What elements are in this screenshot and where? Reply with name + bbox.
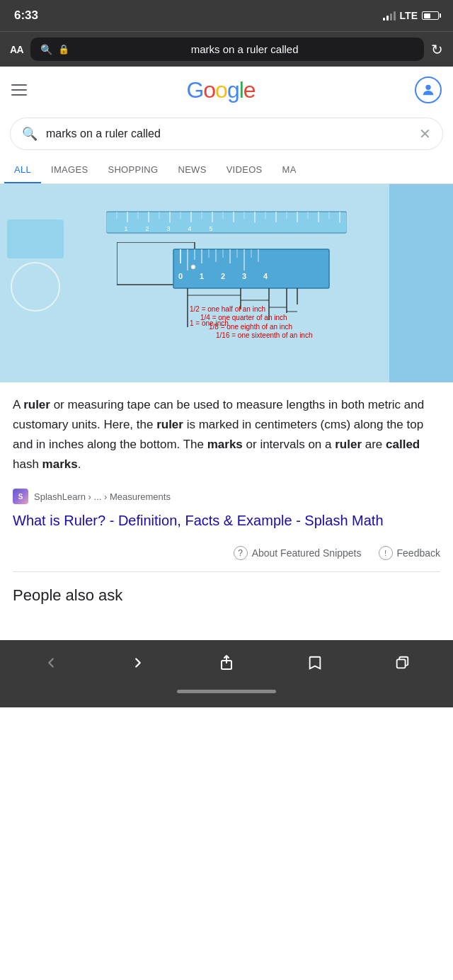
- svg-text:4: 4: [263, 272, 268, 280]
- bookmarks-button[interactable]: [296, 650, 334, 676]
- home-bar: [177, 690, 276, 693]
- search-box-text: marks on a ruler called: [46, 127, 411, 140]
- forward-icon: [130, 655, 146, 671]
- ruler-center: 1 2 3 4 5: [106, 208, 347, 358]
- question-icon: ?: [234, 546, 248, 560]
- forward-button[interactable]: [119, 651, 157, 675]
- tab-images[interactable]: IMAGES: [41, 157, 98, 183]
- lock-icon: 🔒: [58, 44, 69, 55]
- home-indicator: [0, 683, 453, 707]
- feedback-button[interactable]: ! Feedback: [379, 546, 440, 560]
- search-box-icon: 🔍: [22, 126, 38, 142]
- share-button[interactable]: [207, 650, 246, 676]
- top-ruler-svg: 1 2 3 4 5: [106, 208, 347, 237]
- svg-text:1/4 = one quarter of an inch: 1/4 = one quarter of an inch: [200, 314, 287, 321]
- svg-point-64: [191, 265, 195, 269]
- svg-text:2: 2: [221, 272, 225, 280]
- bottom-nav: [0, 640, 453, 683]
- svg-text:3: 3: [166, 225, 170, 232]
- about-snippets-label: About Featured Snippets: [252, 547, 362, 559]
- url-text: marks on a ruler called: [75, 43, 414, 55]
- tab-videos[interactable]: VIDEOS: [217, 157, 273, 183]
- svg-point-0: [425, 85, 430, 90]
- aa-label[interactable]: AA: [10, 44, 23, 55]
- url-container[interactable]: 🔍 🔒 marks on a ruler called: [30, 38, 424, 61]
- refresh-button[interactable]: ↻: [431, 41, 443, 58]
- status-time: 6:33: [14, 8, 38, 23]
- svg-text:0: 0: [178, 272, 183, 280]
- hamburger-menu[interactable]: [11, 84, 27, 96]
- status-icons: LTE: [383, 10, 439, 21]
- tab-shopping[interactable]: SHOPPING: [98, 157, 168, 183]
- share-icon: [218, 654, 235, 671]
- search-tabs: ALL IMAGES SHOPPING NEWS VIDEOS MA: [0, 157, 453, 184]
- back-button[interactable]: [32, 651, 70, 675]
- svg-rect-66: [397, 660, 406, 668]
- clear-search-button[interactable]: ✕: [419, 125, 431, 142]
- battery-icon: [422, 11, 439, 20]
- search-box-container: 🔍 marks on a ruler called ✕: [0, 113, 453, 157]
- source-favicon: S: [13, 489, 28, 504]
- feedback-label: Feedback: [397, 547, 440, 559]
- snippet-footer: ? About Featured Snippets ! Feedback: [0, 540, 453, 571]
- svg-text:1: 1: [124, 225, 127, 232]
- google-logo: Google: [186, 77, 255, 103]
- ruler-image-area: 1 2 3 4 5: [0, 184, 453, 382]
- signal-bars-icon: [383, 11, 396, 21]
- search-icon: 🔍: [40, 44, 52, 55]
- status-bar: 6:33 LTE: [0, 0, 453, 31]
- back-icon: [43, 655, 59, 671]
- tabs-button[interactable]: [383, 651, 421, 675]
- svg-text:1/2 = one half of an inch: 1/2 = one half of an inch: [190, 305, 265, 313]
- about-featured-snippets-button[interactable]: ? About Featured Snippets: [234, 546, 362, 560]
- svg-text:3: 3: [242, 272, 246, 280]
- source-breadcrumb: SplashLearn › ... › Measurements: [34, 491, 171, 502]
- tabs-icon: [394, 655, 410, 671]
- svg-text:1: 1: [200, 272, 204, 280]
- google-header: Google: [0, 67, 453, 113]
- user-avatar[interactable]: [415, 76, 442, 103]
- svg-text:1/16 = one sixteenth of an inc: 1/16 = one sixteenth of an inch: [216, 331, 313, 339]
- address-bar[interactable]: AA 🔍 🔒 marks on a ruler called ↻: [0, 31, 453, 67]
- lte-label: LTE: [400, 10, 418, 21]
- result-link[interactable]: What is Ruler? - Definition, Facts & Exa…: [0, 508, 453, 540]
- tab-news[interactable]: NEWS: [168, 157, 216, 183]
- bookmark-icon: [307, 654, 323, 671]
- tab-more[interactable]: MA: [273, 157, 306, 183]
- svg-text:4: 4: [188, 225, 191, 232]
- search-box[interactable]: 🔍 marks on a ruler called ✕: [10, 118, 443, 150]
- left-panel: [0, 184, 67, 382]
- person-icon: [420, 82, 436, 98]
- feedback-icon: !: [379, 546, 393, 560]
- svg-text:1/8 = one eighth of an inch: 1/8 = one eighth of an inch: [209, 323, 292, 331]
- snippet-body-text: A ruler or measuring tape can be used to…: [0, 382, 453, 482]
- labeled-ruler-svg: 1 = one inch 1/2 = one half of an inch 1…: [117, 242, 336, 355]
- right-panel: [389, 184, 453, 382]
- featured-snippet-card: 1 2 3 4 5: [0, 184, 453, 612]
- svg-rect-1: [106, 212, 347, 233]
- svg-text:2: 2: [145, 225, 149, 232]
- snippet-source: S SplashLearn › ... › Measurements: [0, 482, 453, 508]
- tab-all[interactable]: ALL: [4, 157, 41, 183]
- svg-text:5: 5: [209, 225, 212, 232]
- people-also-ask-heading: People also ask: [0, 572, 453, 612]
